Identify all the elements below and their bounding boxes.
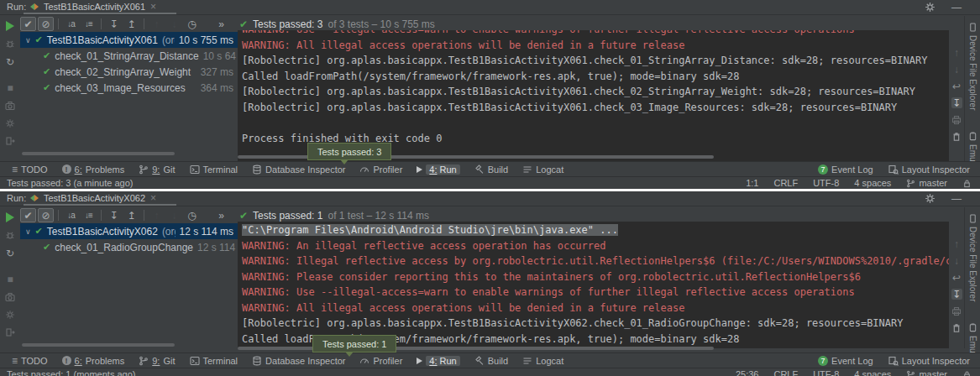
file-encoding[interactable]: UTF-8 [813,369,839,376]
sort-by-duration-icon[interactable]: ↓≡ [81,208,97,222]
indent-setting[interactable]: 4 spaces [854,369,891,376]
indent-setting[interactable]: 4 spaces [854,178,891,188]
toolbar-build[interactable]: Build [474,356,508,366]
expand-all-icon[interactable]: ↧ [106,17,122,31]
caret-position[interactable]: 25:36 [736,369,759,376]
soft-wrap-icon[interactable]: ↩ [951,272,962,283]
file-encoding[interactable]: UTF-8 [813,178,839,188]
next-occurrence-icon[interactable]: ↓ [166,17,182,31]
test-tree-row[interactable]: ✔ check_03_Image_Resources 364 ms [20,80,238,96]
expand-all-icon[interactable]: ↧ [106,208,122,222]
test-tree-row[interactable]: ✔ check_01_StringArray_Distance 10 s 64 … [20,48,238,64]
down-arrow-icon[interactable]: ↓ [951,64,962,75]
toolbar-problems[interactable]: ! 6: Problems [62,164,125,175]
run-console[interactable]: WARNING: Use --illegal-access=warn to en… [238,30,949,161]
more-icon[interactable]: » [213,208,229,222]
toolbar-git[interactable]: 9: Git [139,356,175,366]
scroll-to-end-icon[interactable]: ↧ [951,97,962,108]
git-branch-widget[interactable]: master [906,369,947,376]
test-history-icon[interactable]: ◷ [184,17,200,31]
down-arrow-icon[interactable]: ↓ [951,255,962,266]
up-arrow-icon[interactable]: ↑ [951,47,962,58]
test-tree-root-row[interactable]: ∨ ✔ TestB1BasicActivityX062 (org.aplas.b… [20,223,238,239]
rerun-tests-button[interactable] [6,21,14,31]
toolbar-profiler[interactable]: Profiler [359,164,402,175]
stop-icon[interactable]: ■ [5,82,16,93]
screenshot-icon[interactable] [5,101,16,111]
test-history-icon[interactable]: ◷ [184,208,200,222]
import-test-results-icon[interactable] [5,327,16,337]
lock-icon[interactable] [962,370,972,376]
line-ending[interactable]: CRLF [773,178,798,188]
tab-test-x061[interactable]: TestB1BasicActivityX061 × [25,0,161,13]
tab-test-x062[interactable]: TestB1BasicActivityX062 × [25,191,161,205]
toolbar-database-inspector[interactable]: Database Inspector [252,356,345,366]
lock-icon[interactable] [962,179,972,188]
gear-icon[interactable] [923,192,936,205]
stop-icon[interactable]: ■ [5,274,16,285]
toolbar-database-inspector[interactable]: Database Inspector [252,164,345,175]
soft-wrap-icon[interactable]: ↩ [951,81,962,91]
minimize-icon[interactable]: — [950,1,963,13]
collapse-all-icon[interactable]: ↥ [123,208,139,222]
debug-icon[interactable] [5,230,16,240]
toolbar-run[interactable]: 4: Run [417,356,459,366]
toolbar-build[interactable]: Build [474,164,508,175]
chevron-down-icon[interactable]: ∨ [25,36,31,44]
tool-window-device-file-explorer[interactable]: Device File Explorer [968,214,977,301]
previous-occurrence-icon[interactable]: ↑ [149,17,165,31]
show-ignored-icon[interactable]: ⊘ [38,208,54,222]
print-icon[interactable] [951,306,962,316]
gear-icon[interactable] [923,1,936,13]
close-icon[interactable]: × [150,1,156,13]
sort-by-duration-icon[interactable]: ↓≡ [81,17,97,31]
toolbar-terminal[interactable]: Terminal [190,356,238,366]
screenshot-icon[interactable] [5,292,16,302]
rerun-icon[interactable]: ↻ [5,248,16,258]
toolbar-git[interactable]: 9: Git [139,164,175,175]
caret-position[interactable]: 1:1 [746,178,758,188]
more-icon[interactable]: » [213,17,229,31]
tree-horizontal-scrollbar[interactable] [22,343,175,347]
clear-console-icon[interactable] [951,322,962,333]
debug-icon[interactable] [5,39,16,49]
toolbar-profiler[interactable]: Profiler [359,356,402,366]
toolbar-terminal[interactable]: Terminal [190,164,238,175]
toolbar-logcat[interactable]: Logcat [522,164,563,175]
next-occurrence-icon[interactable]: ↓ [166,208,182,222]
layout-inspector-button[interactable]: Layout Inspector [888,356,970,366]
git-branch-widget[interactable]: master [906,178,947,188]
test-settings-icon[interactable] [5,118,16,128]
show-passed-icon[interactable]: ✔ [20,17,36,31]
layout-inspector-button[interactable]: Layout Inspector [888,164,970,175]
import-test-results-icon[interactable] [5,136,16,146]
console-horizontal-scrollbar[interactable] [238,347,714,350]
up-arrow-icon[interactable]: ↑ [951,238,962,249]
toolbar-problems[interactable]: ! 6: Problems [62,356,125,366]
show-passed-icon[interactable]: ✔ [20,208,36,222]
toolbar-todo[interactable]: ≡ TODO [12,164,48,175]
close-icon[interactable]: × [150,192,156,204]
tool-window-device-file-explorer[interactable]: Device File Explorer [968,23,977,110]
test-settings-icon[interactable] [5,310,16,320]
collapse-all-icon[interactable]: ↥ [123,17,139,31]
event-log-button[interactable]: 7 Event Log [818,164,873,175]
toolbar-logcat[interactable]: Logcat [522,356,563,366]
show-ignored-icon[interactable]: ⊘ [38,17,54,31]
line-ending[interactable]: CRLF [773,369,798,376]
print-icon[interactable] [951,114,962,125]
previous-occurrence-icon[interactable]: ↑ [149,208,165,222]
scroll-to-end-icon[interactable]: ↧ [951,289,962,300]
rerun-tests-button[interactable] [6,212,14,222]
test-tree-row[interactable]: ✔ check_02_StringArray_Weight 327 ms [20,64,238,80]
sort-alphabetically-icon[interactable]: ↓a [63,17,79,31]
clear-console-icon[interactable] [951,131,962,142]
minimize-icon[interactable]: — [950,192,963,205]
test-tree-root-row[interactable]: ∨ ✔ TestB1BasicActivityX061 (org.aplas.b… [20,32,238,48]
chevron-down-icon[interactable]: ∨ [25,227,31,236]
test-tree-row[interactable]: ✔ check_01_RadioGroupChange 12 s 114 ms [20,239,238,255]
run-console[interactable]: "C:\Program Files\Android\Android Studio… [238,222,949,348]
toolbar-todo[interactable]: ≡ TODO [12,355,48,367]
tree-horizontal-scrollbar[interactable] [22,152,175,155]
rerun-icon[interactable]: ↻ [5,56,16,67]
